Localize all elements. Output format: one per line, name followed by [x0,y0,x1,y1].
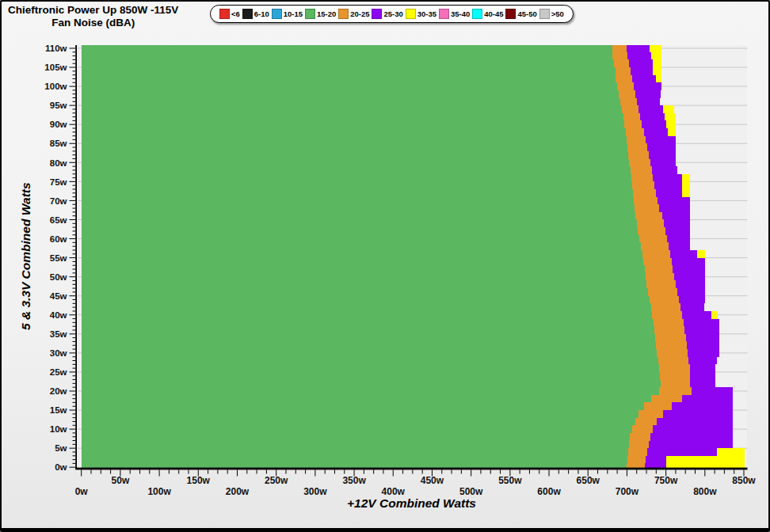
heatmap-cell [642,250,669,258]
heatmap-cell [688,357,716,365]
heatmap-cell [631,166,652,174]
heatmap-cell [690,380,715,388]
heatmap-cell [628,151,649,159]
chart-title-line1: Chieftronic Power Up 850W -115V [8,4,178,17]
heatmap-cell [646,456,666,464]
heatmap-cell [82,296,650,304]
heatmap-cell [82,242,641,250]
legend-swatch [439,9,449,19]
legend-label: >50 [551,10,564,18]
y-tick-label: 70w [50,196,67,206]
x-axis-title: +12V Combined Watts [76,496,747,511]
heatmap-cell [82,273,646,281]
heatmap-cell [650,45,661,52]
heatmap-cell [638,105,663,113]
y-tick-label: 35w [50,329,67,339]
x-tick-label: 250w [265,475,288,486]
chart-window: 0w5w10w15w20w25w30w35w40w45w50w55w60w65w… [0,0,770,532]
heatmap-cell [624,120,642,128]
heatmap-cell [82,410,638,418]
heatmap-cell [82,212,636,220]
heatmap-cell [653,67,661,75]
heatmap-cell [645,463,666,468]
heatmap-cell [668,128,677,136]
chart-plot: 0w5w10w15w20w25w30w35w40w45w50w55w60w65w… [2,2,770,532]
heatmap-cell [82,303,651,311]
heatmap-cell [646,136,676,144]
heatmap-cell [656,75,661,83]
heatmap-cell [82,380,661,388]
heatmap-cell [82,128,627,136]
y-tick-label: 5w [55,443,67,453]
heatmap-cell [82,90,619,98]
heatmap-cell [665,113,677,121]
heatmap-cell [655,334,686,342]
heatmap-cell [651,395,682,403]
heatmap-cell [82,280,646,288]
heatmap-cell [669,242,691,250]
heatmap-cell [635,90,660,98]
heatmap-cell [620,98,638,106]
legend-swatch [305,9,315,19]
x-tick-label: 50w [112,475,130,486]
heatmap-cell [635,212,661,220]
heatmap-cell [82,113,623,121]
heatmap-cell [645,265,673,273]
heatmap-cell [82,151,629,159]
heatmap-cell [627,463,645,468]
heatmap-cell [682,395,733,403]
heatmap-cell [659,387,692,395]
y-tick-label: 90w [50,120,67,129]
heatmap-cell [82,75,616,83]
legend-item: 35-40 [439,9,470,19]
heatmap-cell [82,319,654,327]
heatmap-cell [82,425,633,433]
heatmap-cell [82,82,617,90]
heatmap-cell [632,425,653,433]
heatmap-cell [662,212,690,220]
heatmap-cell [82,372,660,380]
heatmap-cell [632,75,656,83]
heatmap-cell [717,448,745,456]
legend-item: 45-50 [505,9,536,19]
heatmap-cell [652,311,682,319]
heatmap-cell [686,334,719,342]
heatmap-cell [677,288,704,296]
heatmap-cell [647,143,676,151]
heatmap-cell [82,250,642,258]
heatmap-cell [82,387,659,395]
legend-item: 6-10 [242,9,269,19]
heatmap-cell [612,45,627,52]
heatmap-cell [634,82,661,90]
heatmap-cell [82,166,631,174]
heatmap-cell [82,433,631,441]
y-tick-label: 20w [50,386,67,396]
x-tick-label: 750w [654,475,678,486]
heatmap-cell [682,181,690,189]
heatmap-cell [82,235,639,243]
heatmap-cell [670,250,697,258]
heatmap-cell [639,235,666,243]
heatmap-cell [690,364,715,372]
heatmap-cell [650,159,676,167]
heatmap-cell [82,288,648,296]
y-tick-label: 100w [44,82,67,91]
y-tick-label: 0w [55,462,67,472]
heatmap-cell [650,296,679,304]
legend-label: 25-30 [383,10,402,18]
heatmap-cell [82,204,635,212]
heatmap-cell [629,159,650,167]
heatmap-cell [631,67,653,75]
heatmap-cell [623,113,641,121]
y-tick-label: 55w [50,253,67,263]
legend-label: 15-20 [317,10,336,18]
heatmap-cell [82,448,629,456]
heatmap-cell [638,227,665,235]
heatmap-cell [656,341,687,349]
heatmap-cell [82,105,622,113]
heatmap-cell [658,357,688,365]
heatmap-cell [711,311,718,319]
heatmap-cell [666,463,745,468]
y-tick-label: 45w [50,291,67,301]
heatmap-cell [617,82,635,90]
